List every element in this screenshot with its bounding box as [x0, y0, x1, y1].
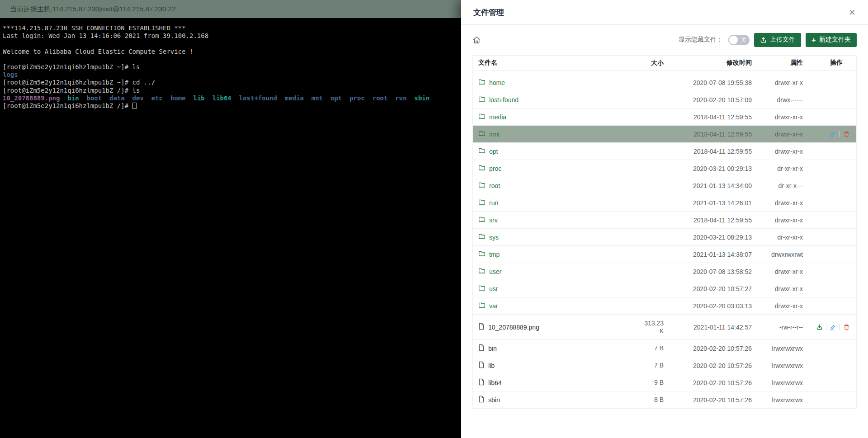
file-name-cell: var — [473, 301, 628, 310]
table-row-usr[interactable]: usr2020-02-20 10:57:27drwxr-xr-x — [473, 280, 856, 297]
file-attr-cell: lrwxrwxrwx — [752, 345, 808, 352]
file-name-link[interactable]: root — [489, 182, 500, 189]
new-folder-button[interactable]: + 新建文件夹 — [806, 33, 857, 47]
table-row-sbin[interactable]: sbin8 B2020-02-20 10:57:26lrwxrwxrwx — [473, 391, 856, 409]
folder-icon — [478, 130, 486, 138]
file-name-cell: media — [473, 113, 628, 121]
edit-icon[interactable] — [830, 131, 836, 137]
file-mtime-cell: 2021-01-11 14:42:57 — [664, 324, 752, 331]
terminal-line: logs — [3, 71, 461, 79]
terminal-line — [3, 56, 461, 63]
file-size-cell: 9 B — [628, 379, 664, 386]
file-attr-cell: drwxr-xr-x — [752, 302, 808, 310]
file-attr-cell: drwx------ — [752, 96, 808, 104]
file-mtime-cell: 2020-02-20 10:57:27 — [664, 285, 752, 292]
table-row-mnt[interactable]: mnt2018-04-11 12:59:55drwxr-xr-x — [473, 126, 856, 143]
delete-icon[interactable] — [843, 131, 850, 138]
terminal-output[interactable]: ***114.215.87.230 SSH CONNECTION ESTABLI… — [0, 18, 461, 110]
file-name-cell: srv — [473, 216, 628, 224]
table-row-lib64[interactable]: lib649 B2020-02-20 10:57:26lrwxrwxrwx — [473, 374, 856, 391]
table-row-user[interactable]: user2020-07-08 13:58:52drwxr-xr-x — [473, 263, 856, 280]
folder-icon — [478, 113, 486, 121]
file-name-link[interactable]: proc — [489, 165, 501, 172]
file-name-link[interactable]: mnt — [489, 131, 500, 138]
delete-icon[interactable] — [843, 324, 850, 331]
file-manager-header: 文件管理 ✕ — [461, 0, 868, 25]
file-name-link[interactable]: 10_20788889.png — [488, 324, 539, 331]
file-name-link[interactable]: lost+found — [489, 96, 519, 104]
plus-icon: + — [811, 36, 816, 44]
panel-title: 文件管理 — [473, 7, 504, 18]
table-row-srv[interactable]: srv2018-04-11 12:59:55drwxr-xr-x — [473, 212, 856, 229]
file-name-link[interactable]: user — [489, 268, 501, 275]
file-icon — [478, 396, 485, 404]
file-attr-cell: dr-xr-xr-x — [752, 165, 808, 172]
file-name-cell: 10_20788889.png — [473, 323, 628, 331]
ssh-terminal[interactable]: 当前连接主机:114.215.87.230|root@114.215.87.23… — [0, 0, 461, 438]
table-row-media[interactable]: media2018-04-11 12:59:55drwxr-xr-x — [473, 108, 856, 126]
folder-icon — [478, 267, 486, 276]
table-row-10_20788889.png[interactable]: 10_20788889.png313.23 K2021-01-11 14:42:… — [473, 315, 856, 340]
folder-icon — [478, 181, 486, 190]
table-row-run[interactable]: run2021-01-13 14:26:01drwxr-xr-x — [473, 194, 856, 212]
file-name-link[interactable]: lib64 — [488, 379, 502, 386]
upload-file-button[interactable]: 上传文件 — [754, 33, 801, 47]
file-name-link[interactable]: run — [489, 199, 498, 207]
download-icon[interactable] — [816, 324, 823, 330]
table-row-home[interactable]: home2020-07-08 19:55:38drwxr-xr-x — [473, 74, 856, 91]
file-name-link[interactable]: opt — [489, 148, 498, 155]
file-mtime-cell: 2020-02-20 10:57:26 — [664, 379, 752, 386]
table-row-lib[interactable]: lib7 B2020-02-20 10:57:26lrwxrwxrwx — [473, 357, 856, 374]
folder-icon — [478, 198, 486, 207]
table-row-lost+found[interactable]: lost+found2020-02-20 10:57:09drwx------ — [473, 91, 856, 108]
terminal-line: [root@iZm5e2y12n1qi6hzlmpu1bZ ~]# cd ../ — [3, 79, 461, 86]
file-attr-cell: drwxr-xr-x — [752, 199, 808, 207]
folder-icon — [478, 216, 486, 224]
file-mtime-cell: 2021-01-13 14:26:01 — [664, 199, 752, 207]
upload-icon — [760, 37, 767, 43]
file-name-cell: run — [473, 198, 628, 207]
file-name-link[interactable]: media — [489, 113, 506, 121]
file-attr-cell: lrwxrwxrwx — [752, 362, 808, 369]
show-hidden-toggle[interactable]: 关 — [728, 35, 750, 45]
file-attr-cell: drwxr-xr-x — [752, 113, 808, 121]
file-table: 文件名 大小 修改时间 属性 操作 home2020-07-08 19:55:3… — [472, 55, 857, 409]
file-mtime-cell: 2021-01-13 14:34:00 — [664, 182, 752, 189]
folder-icon — [478, 164, 486, 173]
table-row-opt[interactable]: opt2018-04-11 12:59:55drwxr-xr-x — [473, 143, 856, 160]
column-header-attr: 属性 — [752, 59, 808, 67]
file-mtime-cell: 2018-04-11 12:59:55 — [664, 131, 752, 138]
file-name-link[interactable]: usr — [489, 285, 498, 292]
edit-icon[interactable] — [830, 324, 836, 330]
table-row-sys[interactable]: sys2020-03-21 08:29:13dr-xr-xr-x — [473, 229, 856, 246]
home-icon[interactable] — [472, 36, 481, 44]
file-name-link[interactable]: srv — [489, 217, 498, 224]
file-name-link[interactable]: var — [489, 302, 498, 310]
file-name-link[interactable]: tmp — [489, 251, 500, 258]
table-row-bin[interactable]: bin7 B2020-02-20 10:57:26lrwxrwxrwx — [473, 340, 856, 357]
terminal-line: 10_20788889.png bin boot data dev etc ho… — [3, 94, 461, 102]
terminal-line — [3, 40, 461, 47]
file-name-link[interactable]: home — [489, 79, 505, 86]
file-mtime-cell: 2020-02-20 10:57:26 — [664, 396, 752, 404]
file-mtime-cell: 2018-04-11 12:59:55 — [664, 217, 752, 224]
file-name-link[interactable]: bin — [488, 345, 497, 352]
close-icon[interactable]: ✕ — [849, 8, 856, 17]
file-attr-cell: dr-xr-x--- — [752, 182, 808, 189]
file-manager-toolbar: 显示隐藏文件： 关 上传文件 + 新建文件夹 — [461, 25, 868, 55]
file-size-cell: 8 B — [628, 396, 664, 404]
file-attr-cell: drwxr-xr-x — [752, 131, 808, 138]
file-name-link[interactable]: sys — [489, 234, 499, 241]
table-row-proc[interactable]: proc2020-03-21 00:29:13dr-xr-xr-x — [473, 160, 856, 177]
terminal-line: [root@iZm5e2y12n1qi6hzlmpu1bZ /]# — [3, 102, 461, 110]
file-name-link[interactable]: sbin — [488, 396, 500, 404]
table-row-tmp[interactable]: tmp2021-01-13 14:38:07drwxrwxrwt — [473, 246, 856, 263]
table-row-var[interactable]: var2020-02-20 03:03:13drwxr-xr-x — [473, 297, 856, 315]
file-name-cell: lost+found — [473, 95, 628, 104]
folder-icon — [478, 250, 486, 259]
scrolled-partial-row — [473, 71, 856, 74]
file-name-link[interactable]: lib — [488, 362, 495, 369]
table-row-root[interactable]: root2021-01-13 14:34:00dr-xr-x--- — [473, 177, 856, 194]
folder-icon — [478, 233, 486, 241]
file-name-cell: proc — [473, 164, 628, 173]
